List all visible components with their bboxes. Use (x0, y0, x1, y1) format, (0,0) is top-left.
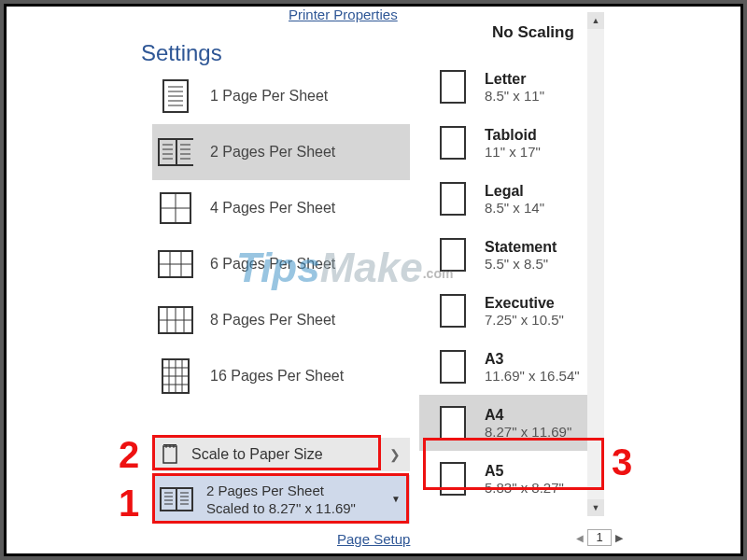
paper-icon (440, 350, 466, 384)
eight-page-icon (158, 302, 193, 338)
paper-icon (440, 406, 466, 440)
four-page-icon (158, 190, 193, 226)
paper-item-letter[interactable]: Letter8.5" x 11" (419, 59, 604, 115)
settings-heading: Settings (141, 40, 222, 66)
paper-item-legal[interactable]: Legal8.5" x 14" (419, 171, 604, 227)
printer-properties-link[interactable]: Printer Properties (289, 7, 398, 22)
paper-item-statement[interactable]: Statement5.5" x 8.5" (419, 227, 604, 283)
svg-rect-35 (163, 446, 176, 463)
annotation-number-1: 1 (119, 483, 139, 525)
dropdown-caret-icon: ▼ (391, 494, 401, 504)
paper-icon (440, 462, 466, 496)
pages-item-label: 2 Pages Per Sheet (210, 144, 335, 161)
scale-ruler-icon (162, 444, 178, 465)
current-line1: 2 Pages Per Sheet (206, 482, 356, 500)
paper-icon (440, 126, 466, 160)
two-page-icon (158, 134, 193, 170)
paper-size-menu: No Scaling Letter8.5" x 11" Tabloid11" x… (419, 12, 604, 507)
annotation-number-3: 3 (612, 441, 632, 483)
paper-item-a4[interactable]: A48.27" x 11.69" (419, 395, 604, 451)
paper-item-a5[interactable]: A55.83" x 8.27" (419, 451, 604, 507)
page-setup-link[interactable]: Page Setup (337, 531, 410, 547)
next-page-icon[interactable]: ▶ (615, 532, 623, 544)
paper-item-tabloid[interactable]: Tabloid11" x 17" (419, 115, 604, 171)
pages-per-sheet-menu: 1 Page Per Sheet 2 Pages Per Sheet 4 Pag… (152, 68, 410, 404)
pages-item-4[interactable]: 4 Pages Per Sheet (152, 180, 410, 236)
pages-item-label: 4 Pages Per Sheet (210, 200, 335, 217)
sixteen-page-icon (158, 358, 193, 394)
pages-item-label: 6 Pages Per Sheet (210, 256, 335, 273)
scroll-up-icon[interactable]: ▲ (587, 12, 604, 29)
scale-to-paper-label: Scale to Paper Size (191, 446, 389, 463)
paper-icon (440, 238, 466, 272)
paper-item-a3[interactable]: A311.69" x 16.54" (419, 339, 604, 395)
chevron-right-icon: ❯ (389, 447, 401, 462)
pages-item-1[interactable]: 1 Page Per Sheet (152, 68, 410, 124)
paper-item-executive[interactable]: Executive7.25" x 10.5" (419, 283, 604, 339)
two-page-icon (160, 487, 193, 511)
one-page-icon (158, 78, 193, 114)
scroll-down-icon[interactable]: ▼ (587, 499, 604, 516)
pages-item-label: 1 Page Per Sheet (210, 88, 328, 105)
page-number-input[interactable]: 1 (587, 529, 612, 546)
page-navigator: ◀ 1 ▶ (576, 527, 632, 548)
prev-page-icon[interactable]: ◀ (576, 533, 584, 543)
no-scaling-heading[interactable]: No Scaling (419, 12, 604, 59)
pages-item-16[interactable]: 16 Pages Per Sheet (152, 348, 410, 404)
pages-item-8[interactable]: 8 Pages Per Sheet (152, 292, 410, 348)
pages-item-6[interactable]: 6 Pages Per Sheet (152, 236, 410, 292)
pages-item-label: 8 Pages Per Sheet (210, 312, 335, 329)
paper-icon (440, 182, 466, 216)
annotation-number-2: 2 (119, 434, 139, 476)
pages-per-sheet-dropdown[interactable]: 2 Pages Per Sheet Scaled to 8.27" x 11.6… (152, 475, 410, 524)
pages-item-label: 16 Pages Per Sheet (210, 368, 344, 385)
current-line2: Scaled to 8.27" x 11.69" (206, 499, 356, 518)
paper-icon (440, 294, 466, 328)
paper-menu-scrollbar[interactable]: ▲ ▼ (587, 12, 604, 516)
scale-to-paper-size-item[interactable]: Scale to Paper Size ❯ (152, 438, 410, 471)
pages-item-2[interactable]: 2 Pages Per Sheet (152, 124, 410, 180)
six-page-icon (158, 246, 193, 282)
paper-icon (440, 70, 466, 104)
